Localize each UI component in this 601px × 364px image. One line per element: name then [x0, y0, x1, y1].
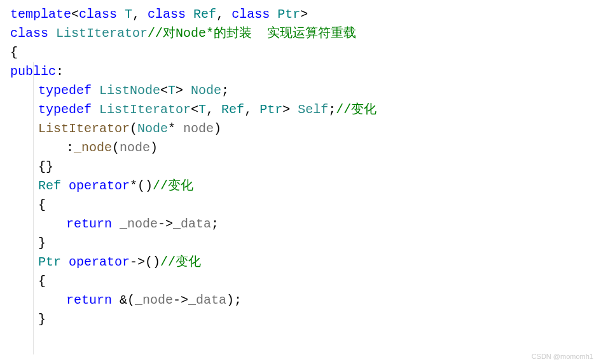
- code-line-8: :_node(node): [10, 138, 591, 158]
- keyword-template: template: [10, 7, 71, 22]
- code-line-4: public:: [10, 62, 591, 81]
- comment: //变化: [336, 102, 376, 117]
- code-line-14: Ptr operator->()//变化: [10, 253, 591, 272]
- code-line-10: Ref operator*()//变化: [10, 177, 591, 196]
- code-line-16: return &(_node->_data);: [10, 291, 591, 310]
- code-line-1: template<class T, class Ref, class Ptr>: [10, 5, 591, 24]
- code-line-2: class ListIterator//对Node*的封装 实现运算符重载: [10, 24, 591, 43]
- code-line-6: typedef ListIterator<T, Ref, Ptr> Self;/…: [10, 100, 591, 119]
- comment: //对Node*的封装 实现运算符重载: [148, 26, 356, 41]
- code-line-5: typedef ListNode<T> Node;: [10, 81, 591, 100]
- code-line-17: }: [10, 310, 591, 329]
- indent-guide: [33, 62, 34, 354]
- code-line-3: {: [10, 43, 591, 62]
- code-line-15: {: [10, 272, 591, 291]
- code-line-11: {: [10, 196, 591, 215]
- code-line-13: }: [10, 234, 591, 253]
- code-line-12: return _node->_data;: [10, 215, 591, 234]
- comment: //变化: [160, 255, 201, 269]
- watermark: CSDN @momomh1: [532, 351, 593, 362]
- code-line-9: {}: [10, 158, 591, 177]
- code-line-7: ListIterator(Node* node): [10, 119, 591, 138]
- comment: //变化: [153, 179, 193, 193]
